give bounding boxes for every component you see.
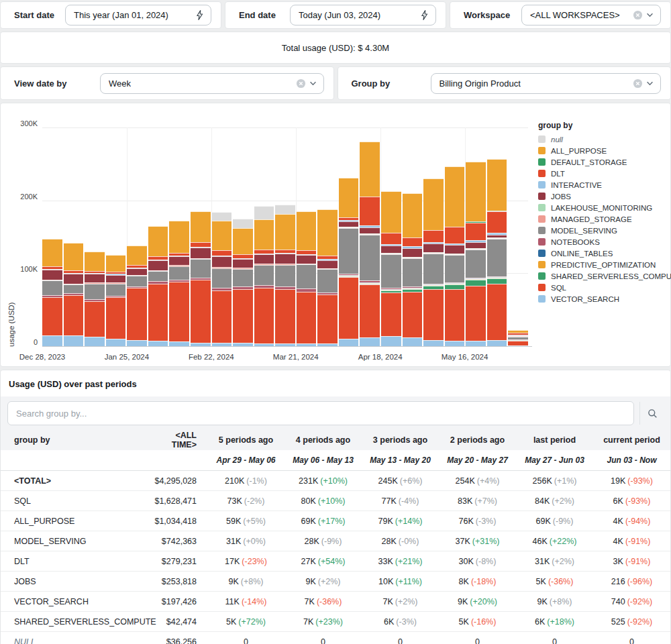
bar-segment-DLT[interactable] xyxy=(423,230,444,241)
bar-segment-MODEL_SERVING[interactable] xyxy=(127,276,147,286)
bar-segment-SQL[interactable] xyxy=(317,294,338,343)
bar-segment-MODEL_SERVING[interactable] xyxy=(85,284,105,300)
bar-segment-ALL_PURPOSE[interactable] xyxy=(254,219,274,250)
stacked-bar[interactable] xyxy=(275,205,295,346)
bar-segment-MODEL_SERVING[interactable] xyxy=(191,259,211,278)
stacked-bar[interactable] xyxy=(64,243,84,346)
bar-segment-ALL_PURPOSE[interactable] xyxy=(423,178,444,230)
bar-segment-ALL_PURPOSE[interactable] xyxy=(191,211,211,242)
stacked-bar[interactable] xyxy=(127,246,147,346)
bar-segment-DLT[interactable] xyxy=(487,211,507,233)
bar-segment-SQL[interactable] xyxy=(254,288,274,343)
bar-segment-JOBS[interactable] xyxy=(85,274,105,282)
bar-segment-JOBS[interactable] xyxy=(317,260,338,268)
bar-segment-ALL_PURPOSE[interactable] xyxy=(127,246,147,265)
stacked-bar[interactable] xyxy=(254,206,274,346)
bar-segment-null[interactable] xyxy=(212,212,232,221)
bar-segment-MODEL_SERVING[interactable] xyxy=(169,266,189,280)
legend-item-ONLINE_TABLES[interactable]: ONLINE_TABLES xyxy=(538,248,668,259)
bar-segment-JOBS[interactable] xyxy=(191,248,211,258)
bar-segment-JOBS[interactable] xyxy=(445,245,465,254)
stacked-bar[interactable] xyxy=(466,162,486,346)
bar-segment-ALL_PURPOSE[interactable] xyxy=(445,166,465,227)
bar-segment-JOBS[interactable] xyxy=(275,254,295,264)
bar-segment-MODEL_SERVING[interactable] xyxy=(445,255,465,282)
bar-segment-ALL_PURPOSE[interactable] xyxy=(381,191,401,233)
bar-segment-JOBS[interactable] xyxy=(360,227,380,233)
bar-segment-VECTOR_SEARCH[interactable] xyxy=(423,340,444,346)
bar-segment-null[interactable] xyxy=(254,206,274,219)
bar-segment-JOBS[interactable] xyxy=(64,274,84,283)
bar-segment-DLT[interactable] xyxy=(466,223,486,240)
bar-segment-ALL_PURPOSE[interactable] xyxy=(106,255,126,272)
bar-segment-JOBS[interactable] xyxy=(339,221,359,227)
bar-segment-MODEL_SERVING[interactable] xyxy=(339,228,359,273)
stacked-bar[interactable] xyxy=(233,219,253,346)
stacked-bar[interactable] xyxy=(360,142,380,346)
bar-segment-DLT[interactable] xyxy=(212,250,232,256)
bar-segment-SQL[interactable] xyxy=(233,289,253,342)
stacked-bar[interactable] xyxy=(508,330,528,346)
bar-segment-SQL[interactable] xyxy=(42,297,62,335)
bar-segment-VECTOR_SEARCH[interactable] xyxy=(85,337,105,346)
bar-segment-MODEL_SERVING[interactable] xyxy=(403,258,423,286)
bar-segment-SQL[interactable] xyxy=(466,286,486,341)
bar-segment-SQL[interactable] xyxy=(360,284,380,337)
end-date-input[interactable]: Today (Jun 03, 2024) xyxy=(290,5,436,25)
bar-segment-DLT[interactable] xyxy=(403,237,423,246)
stacked-bar[interactable] xyxy=(317,209,338,346)
bar-segment-ALL_PURPOSE[interactable] xyxy=(487,159,507,211)
stacked-bar[interactable] xyxy=(487,159,507,346)
bar-segment-VECTOR_SEARCH[interactable] xyxy=(381,336,401,346)
legend-item-DLT[interactable]: DLT xyxy=(538,168,668,179)
bar-segment-VECTOR_SEARCH[interactable] xyxy=(64,335,84,346)
chevron-down-icon[interactable] xyxy=(646,13,654,17)
bar-segment-MODEL_SERVING[interactable] xyxy=(106,284,126,296)
bar-segment-SHARED_SERVERLESS_COMPUTE[interactable] xyxy=(466,280,486,286)
bar-segment-MODEL_SERVING[interactable] xyxy=(212,268,232,288)
bar-segment-SQL[interactable] xyxy=(127,288,147,340)
bar-segment-ALL_PURPOSE[interactable] xyxy=(297,211,317,250)
bar-segment-SHARED_SERVERLESS_COMPUTE[interactable] xyxy=(445,284,465,290)
bar-segment-MODEL_SERVING[interactable] xyxy=(42,280,62,295)
bar-segment-SQL[interactable] xyxy=(64,295,84,335)
bar-segment-MODEL_SERVING[interactable] xyxy=(275,265,295,286)
legend-item-NOTEBOOKS[interactable]: NOTEBOOKS xyxy=(538,236,668,248)
legend-item-ALL_PURPOSE[interactable]: ALL_PURPOSE xyxy=(538,145,668,156)
legend-item-MANAGED_STORAGE[interactable]: MANAGED_STORAGE xyxy=(538,213,668,225)
bar-segment-MODEL_SERVING[interactable] xyxy=(360,235,380,280)
legend-item-LAKEHOUSE_MONITORING[interactable]: LAKEHOUSE_MONITORING xyxy=(538,202,668,213)
legend-item-SHARED_SERVERLESS_COMPUTE[interactable]: SHARED_SERVERLESS_COMPUTE xyxy=(538,270,668,282)
bar-segment-JOBS[interactable] xyxy=(42,270,62,280)
bar-segment-VECTOR_SEARCH[interactable] xyxy=(487,340,507,346)
chevron-down-icon[interactable] xyxy=(309,81,317,86)
stacked-bar[interactable] xyxy=(191,211,211,346)
bar-segment-MODEL_SERVING[interactable] xyxy=(381,254,401,288)
bar-segment-ALL_PURPOSE[interactable] xyxy=(42,239,62,266)
lightning-bolt-icon[interactable] xyxy=(195,10,204,20)
clear-icon[interactable] xyxy=(633,78,643,89)
stacked-bar[interactable] xyxy=(339,178,359,346)
stacked-bar[interactable] xyxy=(212,212,232,346)
bar-segment-JOBS[interactable] xyxy=(466,242,486,248)
legend-item-VECTOR_SEARCH[interactable]: VECTOR_SEARCH xyxy=(538,293,668,305)
bar-segment-DLT[interactable] xyxy=(381,233,401,244)
bar-segment-VECTOR_SEARCH[interactable] xyxy=(466,341,486,346)
start-date-input[interactable]: This year (Jan 01, 2024) xyxy=(65,5,211,25)
legend-item-PREDICTIVE_OPTIMIZATION[interactable]: PREDICTIVE_OPTIMIZATION xyxy=(538,259,668,270)
legend-item-JOBS[interactable]: JOBS xyxy=(538,191,668,202)
bar-segment-MODEL_SERVING[interactable] xyxy=(297,264,317,288)
bar-segment-SQL[interactable] xyxy=(191,280,211,342)
bar-segment-VECTOR_SEARCH[interactable] xyxy=(360,337,380,346)
stacked-bar[interactable] xyxy=(297,211,317,346)
group-by-select[interactable]: Billing Origin Product xyxy=(431,73,662,94)
bar-segment-SQL[interactable] xyxy=(297,292,317,343)
clear-icon[interactable] xyxy=(633,10,643,20)
stacked-bar[interactable] xyxy=(148,226,168,346)
bar-segment-JOBS[interactable] xyxy=(403,248,423,257)
stacked-bar[interactable] xyxy=(381,191,401,346)
bar-segment-VECTOR_SEARCH[interactable] xyxy=(339,339,359,346)
bar-segment-MODEL_SERVING[interactable] xyxy=(466,250,486,278)
bar-segment-MODEL_SERVING[interactable] xyxy=(317,269,338,292)
bar-segment-SQL[interactable] xyxy=(339,277,359,339)
